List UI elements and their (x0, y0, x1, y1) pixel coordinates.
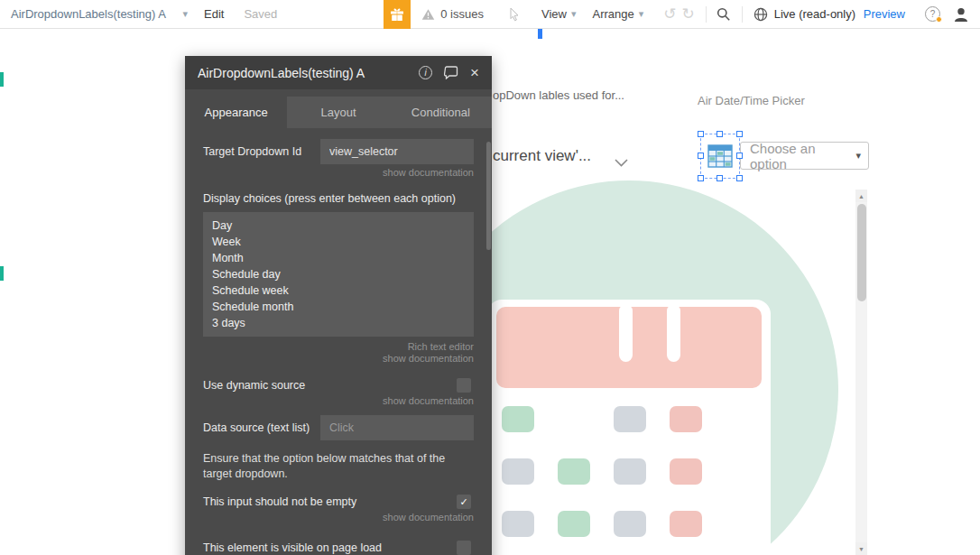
tab-layout[interactable]: Layout (287, 97, 389, 128)
redo-icon[interactable]: ↻ (682, 5, 695, 23)
cursor-tool-icon[interactable] (509, 7, 520, 22)
chevron-down-icon: ▾ (639, 8, 644, 20)
search-icon[interactable] (717, 7, 731, 22)
toolbar-divider (742, 6, 743, 23)
comment-icon[interactable] (444, 66, 458, 79)
palette-tick (0, 72, 4, 87)
selected-picker-element[interactable] (700, 134, 740, 179)
issues-indicator[interactable]: 0 issues (421, 7, 484, 21)
selection-handle[interactable] (736, 153, 743, 159)
gift-button[interactable] (384, 0, 411, 29)
close-icon[interactable]: × (470, 65, 479, 80)
selection-handle[interactable] (736, 131, 743, 137)
property-editor-tabs: Appearance Layout Conditional (185, 97, 492, 128)
editor-canvas: opDown lables used for... Air Date/Time … (0, 29, 980, 555)
globe-icon (753, 7, 768, 22)
selection-handle[interactable] (736, 175, 743, 181)
info-icon[interactable]: i (419, 66, 432, 79)
rich-text-editor-link[interactable]: Rich text editor (203, 341, 474, 352)
chevron-down-icon (615, 154, 628, 171)
arrange-menu-label: Arrange (592, 7, 633, 21)
chevron-down-icon: ▾ (855, 150, 861, 162)
app-name: AirDropdownLabels(testing) A (11, 7, 166, 21)
calendar-ring (667, 304, 680, 362)
selection-handle[interactable] (717, 131, 723, 137)
selection-handle[interactable] (717, 175, 723, 181)
preview-button[interactable]: Preview (864, 7, 905, 21)
display-choices-input[interactable]: DayWeekMonthSchedule daySchedule weekSch… (203, 212, 474, 337)
tab-appearance[interactable]: Appearance (185, 97, 287, 128)
notification-dot (936, 16, 942, 23)
property-editor-body: Target Dropdown Id show documentation Di… (185, 128, 492, 555)
option-match-note: Ensure that the option below matches tha… (203, 451, 474, 482)
show-documentation-link[interactable]: show documentation (203, 512, 474, 523)
display-choices-label: Display choices (press enter between eac… (203, 192, 474, 205)
scrollbar-thumb[interactable] (857, 204, 866, 301)
tab-conditional[interactable]: Conditional (390, 97, 492, 128)
arrange-menu[interactable]: Arrange ▾ (592, 7, 643, 21)
datetime-picker-label[interactable]: Air Date/Time Picker (698, 94, 805, 107)
selection-handle[interactable] (698, 175, 704, 181)
property-editor-header[interactable]: AirDropdownLabels(testing) A i × (185, 56, 492, 89)
show-documentation-link[interactable]: show documentation (203, 353, 474, 364)
selection-handle[interactable] (698, 131, 704, 137)
edit-menu[interactable]: Edit (204, 7, 224, 21)
choose-option-dropdown[interactable]: Choose an option ▾ (740, 142, 869, 170)
dropdown-placeholder: Choose an option (750, 141, 855, 171)
scroll-down-button[interactable]: ▼ (855, 542, 867, 555)
not-empty-checkbox[interactable]: ✓ (457, 495, 471, 509)
use-dynamic-source-checkbox[interactable] (457, 378, 471, 393)
not-empty-label: This input should not be empty (203, 495, 457, 508)
user-avatar-icon[interactable] (953, 6, 969, 23)
toolbar-divider (706, 6, 707, 23)
canvas-scrollbar: ▲ ▼ (855, 190, 867, 555)
use-dynamic-source-label: Use dynamic source (203, 379, 457, 392)
warning-icon (421, 8, 435, 21)
data-source-label: Data source (text list) (203, 421, 320, 434)
palette-tick (0, 266, 4, 281)
selection-handle[interactable] (698, 153, 704, 159)
view-menu[interactable]: View ▾ (541, 7, 576, 21)
live-mode-label: Live (read-only) (774, 7, 855, 21)
chevron-down-icon: ▾ (571, 8, 577, 20)
issues-count: 0 issues (440, 7, 484, 21)
scroll-up-button[interactable]: ▲ (855, 190, 867, 202)
canvas-text-element[interactable]: opDown lables used for... (493, 88, 624, 102)
help-icon[interactable]: ? (925, 6, 940, 22)
view-selector-dropdown[interactable]: current view'... (493, 147, 591, 165)
visible-on-load-checkbox[interactable] (457, 541, 471, 555)
app-name-dropdown[interactable]: AirDropdownLabels(testing) A ▾ (11, 7, 188, 21)
chevron-down-icon: ▾ (182, 8, 188, 20)
property-editor: AirDropdownLabels(testing) A i × Appeara… (185, 56, 492, 555)
canvas-marker (538, 29, 542, 39)
undo-icon[interactable]: ↺ (663, 5, 676, 23)
dialog-scrollbar-thumb[interactable] (486, 142, 491, 250)
show-documentation-link[interactable]: show documentation (203, 167, 474, 178)
save-status: Saved (244, 7, 277, 21)
gift-icon (390, 7, 404, 22)
view-menu-label: View (541, 7, 567, 21)
property-editor-title: AirDropdownLabels(testing) A (198, 66, 419, 80)
visible-on-load-label: This element is visible on page load (203, 541, 457, 554)
target-dropdown-id-label: Target Dropdown Id (203, 145, 320, 158)
data-source-input[interactable] (320, 415, 474, 440)
calendar-grid (502, 406, 702, 537)
live-mode-indicator[interactable]: Live (read-only) (753, 7, 855, 22)
target-dropdown-id-input[interactable] (320, 139, 474, 164)
question-glyph: ? (930, 9, 936, 19)
show-documentation-link[interactable]: show documentation (203, 395, 474, 406)
calendar-ring (619, 304, 633, 362)
datetime-picker-icon (707, 143, 733, 169)
toolbar: AirDropdownLabels(testing) A ▾ Edit Save… (0, 0, 980, 29)
